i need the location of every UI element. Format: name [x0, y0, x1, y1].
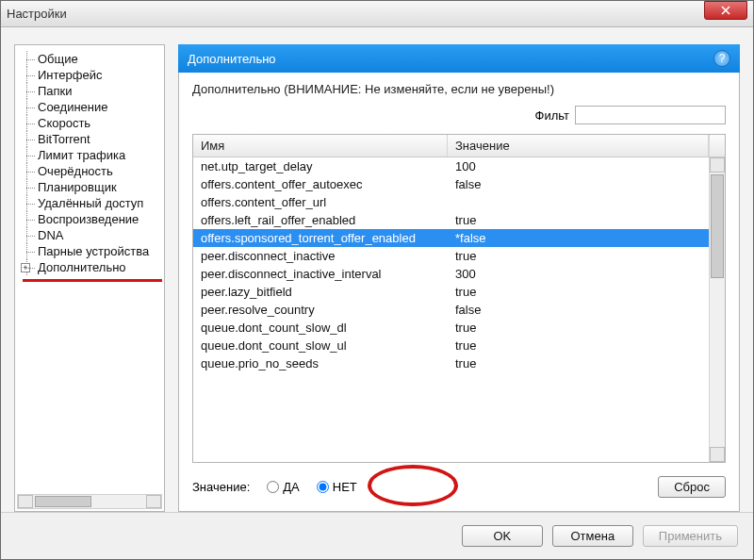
warning-text: Дополнительно (ВНИМАНИЕ: Не изменяйте, е…: [192, 82, 726, 96]
table-row[interactable]: peer.resolve_countryfalse: [193, 301, 709, 319]
reset-button[interactable]: Сброс: [658, 476, 726, 498]
sidebar-item-8[interactable]: Планировщик: [21, 179, 164, 195]
cell-value: true: [455, 356, 701, 371]
cell-value: true: [455, 249, 701, 263]
sidebar-item-label: Очерёдность: [38, 164, 113, 178]
table-row[interactable]: peer.disconnect_inactive_interval300: [193, 265, 709, 283]
sidebar-item-label: Удалённый доступ: [38, 196, 143, 210]
sidebar-item-9[interactable]: Удалённый доступ: [21, 195, 164, 211]
sidebar-item-label: Воспроизведение: [38, 212, 139, 226]
table-row[interactable]: queue.dont_count_slow_dltrue: [193, 319, 709, 337]
table-row[interactable]: offers.content_offer_autoexecfalse: [193, 175, 709, 193]
panel-title: Дополнительно: [188, 52, 276, 66]
cancel-button[interactable]: Отмена: [552, 525, 633, 547]
cell-value: *false: [455, 231, 701, 245]
cell-value: true: [455, 285, 701, 299]
sidebar-item-label: Скорость: [38, 116, 90, 130]
radio-no[interactable]: НЕТ: [317, 480, 357, 494]
sidebar-item-5[interactable]: BitTorrent: [21, 131, 164, 147]
table-row[interactable]: peer.lazy_bitfieldtrue: [193, 283, 709, 301]
highlight-circle: [368, 465, 458, 506]
sidebar-item-13[interactable]: +Дополнительно: [21, 259, 164, 275]
sidebar-scrollbar[interactable]: [17, 494, 162, 509]
window-title: Настройки: [7, 7, 67, 21]
cell-value: 100: [455, 159, 701, 173]
cell-name: offers.content_offer_autoexec: [201, 177, 455, 191]
sidebar-item-label: Лимит трафика: [38, 148, 125, 162]
sidebar-item-7[interactable]: Очерёдность: [21, 163, 164, 179]
cell-value: true: [455, 321, 701, 335]
cell-name: queue.dont_count_slow_ul: [201, 338, 455, 353]
sidebar-item-3[interactable]: Соединение: [21, 99, 164, 115]
sidebar-item-4[interactable]: Скорость: [21, 115, 164, 131]
ok-button[interactable]: OK: [462, 525, 543, 547]
table-row[interactable]: net.utp_target_delay100: [193, 157, 709, 175]
cell-name: queue.dont_count_slow_dl: [201, 321, 455, 335]
sidebar-item-1[interactable]: Интерфейс: [21, 67, 164, 83]
table-row[interactable]: offers.sponsored_torrent_offer_enabled*f…: [193, 229, 709, 247]
sidebar-item-6[interactable]: Лимит трафика: [21, 147, 164, 163]
radio-yes-input[interactable]: [267, 481, 279, 493]
sidebar-item-label: Дополнительно: [38, 260, 126, 274]
sidebar-item-label: Интерфейс: [38, 68, 102, 82]
cell-value: true: [455, 338, 701, 353]
cell-value: [455, 195, 701, 209]
cell-value: false: [455, 303, 701, 317]
cell-name: offers.sponsored_torrent_offer_enabled: [201, 231, 455, 245]
grid-scrollbar[interactable]: [709, 157, 725, 462]
cell-name: net.utp_target_delay: [201, 159, 455, 173]
cell-name: peer.lazy_bitfield: [201, 285, 455, 299]
sidebar-item-label: BitTorrent: [38, 132, 90, 146]
table-row[interactable]: peer.disconnect_inactivetrue: [193, 247, 709, 265]
help-icon[interactable]: ?: [713, 50, 730, 67]
sidebar-item-label: DNA: [38, 228, 63, 242]
panel-header: Дополнительно ?: [178, 44, 740, 73]
sidebar-item-2[interactable]: Папки: [21, 83, 164, 99]
cell-name: queue.prio_no_seeds: [201, 356, 455, 371]
sidebar-item-12[interactable]: Парные устройства: [21, 243, 164, 259]
sidebar-item-label: Планировщик: [38, 180, 117, 194]
settings-grid: Имя Значение net.utp_target_delay100offe…: [192, 134, 726, 463]
apply-button[interactable]: Применить: [643, 525, 738, 547]
sidebar-item-label: Общие: [38, 52, 78, 66]
cell-value: true: [455, 213, 701, 227]
filter-label: Фильт: [535, 108, 569, 123]
sidebar-item-label: Соединение: [38, 100, 108, 114]
radio-no-input[interactable]: [317, 481, 329, 493]
titlebar: Настройки: [1, 1, 753, 27]
column-header-value[interactable]: Значение: [448, 135, 709, 156]
cell-name: peer.disconnect_inactive: [201, 249, 455, 263]
table-row[interactable]: offers.content_offer_url: [193, 193, 709, 211]
cell-name: offers.left_rail_offer_enabled: [201, 213, 455, 227]
table-row[interactable]: offers.left_rail_offer_enabledtrue: [193, 211, 709, 229]
sidebar-item-10[interactable]: Воспроизведение: [21, 211, 164, 227]
filter-input[interactable]: [575, 106, 726, 124]
cell-value: false: [455, 177, 701, 191]
cell-value: 300: [455, 267, 701, 281]
table-row[interactable]: queue.prio_no_seedstrue: [193, 354, 709, 372]
expand-icon[interactable]: +: [21, 263, 30, 272]
highlight-underline: [23, 279, 162, 282]
sidebar: ОбщиеИнтерфейсПапкиСоединениеСкоростьBit…: [14, 44, 165, 512]
value-label: Значение:: [192, 480, 250, 494]
table-row[interactable]: queue.dont_count_slow_ultrue: [193, 337, 709, 354]
cell-name: offers.content_offer_url: [201, 195, 455, 209]
close-button[interactable]: [704, 1, 747, 20]
sidebar-item-0[interactable]: Общие: [21, 51, 164, 67]
sidebar-item-11[interactable]: DNA: [21, 227, 164, 243]
sidebar-item-label: Папки: [38, 84, 73, 98]
column-header-name[interactable]: Имя: [193, 135, 448, 156]
radio-yes[interactable]: ДА: [267, 480, 299, 494]
cell-name: peer.resolve_country: [201, 303, 455, 317]
dialog-footer: OK Отмена Применить: [1, 512, 753, 559]
cell-name: peer.disconnect_inactive_interval: [201, 267, 455, 281]
sidebar-item-label: Парные устройства: [38, 244, 149, 258]
